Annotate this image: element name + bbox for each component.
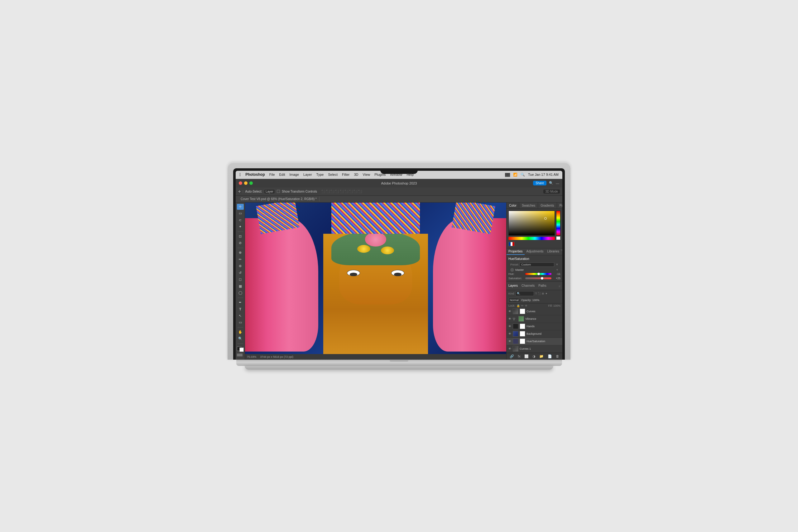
preset-row: Preset Custom ▼ bbox=[508, 262, 560, 267]
tab-properties[interactable]: Properties bbox=[507, 248, 525, 255]
layer-visibility-vibrance[interactable]: 👁 bbox=[508, 317, 512, 320]
layer-row-hands[interactable]: 👁 Hands bbox=[507, 323, 562, 330]
tab-color[interactable]: Color bbox=[507, 203, 519, 209]
maximize-button[interactable] bbox=[249, 182, 253, 185]
layer-visibility-curves1[interactable]: 👁 bbox=[508, 347, 512, 350]
tab-layers[interactable]: Layers bbox=[507, 283, 520, 289]
minimize-panel-icon[interactable]: — bbox=[556, 182, 559, 185]
type-tool[interactable]: T bbox=[237, 306, 244, 312]
canvas-area[interactable]: 75.03% 3744 px x 5616 px (72 ppi) bbox=[245, 203, 506, 360]
channel-label[interactable]: Master bbox=[515, 268, 554, 271]
menu-filter[interactable]: Filter bbox=[342, 173, 349, 176]
tab-swatches[interactable]: Swatches bbox=[519, 203, 538, 209]
link-layers-icon[interactable]: 🔗 bbox=[510, 354, 514, 358]
color-spectrum[interactable] bbox=[508, 211, 555, 235]
lock-pos-icon[interactable]: 🔒 bbox=[516, 304, 520, 307]
menu-image[interactable]: Image bbox=[289, 173, 299, 176]
layers-menu-icon[interactable]: ≡ bbox=[557, 282, 562, 290]
preset-dropdown-icon[interactable]: ▼ bbox=[555, 263, 558, 266]
layers-search[interactable] bbox=[515, 291, 534, 296]
saturation-slider[interactable] bbox=[525, 278, 551, 279]
document-tab[interactable]: Cover Test V8.psd @ 68% (Hue/Saturation … bbox=[238, 197, 320, 201]
selection-tool[interactable]: ▭ bbox=[237, 210, 244, 216]
menu-3d[interactable]: 3D bbox=[354, 173, 358, 176]
ps-tab-bar: Cover Test V8.psd @ 68% (Hue/Saturation … bbox=[236, 196, 562, 203]
menu-file[interactable]: File bbox=[269, 173, 275, 176]
menu-edit[interactable]: Edit bbox=[279, 173, 285, 176]
crop-tool[interactable]: ⊡ bbox=[237, 233, 244, 240]
layer-row-huesat[interactable]: 👁 Hue/Saturation bbox=[507, 338, 562, 345]
heal-tool[interactable]: ⊕ bbox=[237, 250, 244, 256]
checkbox-transform[interactable] bbox=[277, 190, 280, 193]
search-ps-icon[interactable]: 🔍 bbox=[549, 181, 553, 185]
color-swatches[interactable] bbox=[237, 346, 244, 352]
close-button[interactable] bbox=[239, 182, 242, 185]
auto-select-label: Auto-Select: bbox=[245, 190, 262, 193]
clone-tool[interactable]: ⊛ bbox=[237, 263, 244, 269]
tab-libraries[interactable]: Libraries bbox=[546, 248, 561, 255]
lock-draw-icon[interactable]: ✏ bbox=[521, 304, 524, 307]
props-collapse-icon[interactable]: ≡ bbox=[561, 248, 562, 255]
mask-icon[interactable] bbox=[237, 354, 243, 355]
history-brush-tool[interactable]: ↺ bbox=[237, 270, 244, 276]
layer-select[interactable]: Layer bbox=[264, 189, 275, 194]
tab-adjustments[interactable]: Adjustments bbox=[525, 248, 546, 255]
shape-tool[interactable]: ▭ bbox=[237, 320, 244, 326]
layer-name-curves1: Curves 1 bbox=[520, 347, 561, 350]
new-layer-icon[interactable]: 📄 bbox=[548, 354, 552, 358]
menu-select[interactable]: Select bbox=[328, 173, 338, 176]
move-tool[interactable]: ✛ bbox=[237, 204, 244, 210]
path-select-tool[interactable]: ↖ bbox=[237, 313, 244, 319]
background-color[interactable] bbox=[240, 347, 244, 352]
layer-row-background[interactable]: 👁 Background bbox=[507, 330, 562, 338]
lasso-tool[interactable]: ⊂ bbox=[237, 217, 244, 224]
minimize-button[interactable] bbox=[244, 182, 247, 185]
dodge-tool[interactable]: ◯ bbox=[237, 290, 244, 296]
layer-row-curves1[interactable]: 👁 Curves 1 bbox=[507, 345, 562, 353]
pink-right-figure bbox=[433, 218, 506, 352]
eraser-tool[interactable]: ◻ bbox=[237, 277, 244, 283]
pen-tool[interactable]: ✒ bbox=[237, 299, 244, 305]
tab-patterns[interactable]: Patterns bbox=[557, 203, 562, 209]
gradient-tool[interactable]: ▦ bbox=[237, 283, 244, 289]
layer-visibility-background[interactable]: 👁 bbox=[508, 332, 512, 335]
tool-divider-4 bbox=[238, 327, 243, 327]
apple-logo-icon[interactable]:  bbox=[240, 172, 241, 177]
channel-dropdown[interactable]: ▼ bbox=[556, 268, 558, 271]
3d-mode-label[interactable]: 3D Mode bbox=[543, 189, 560, 193]
eyedropper-tool[interactable]: ⊘ bbox=[237, 240, 244, 246]
menu-type[interactable]: Type bbox=[317, 173, 324, 176]
hand-tool[interactable]: ✋ bbox=[237, 329, 244, 335]
preset-value[interactable]: Custom bbox=[520, 262, 554, 267]
tab-gradients[interactable]: Gradients bbox=[538, 203, 557, 209]
zoom-tool[interactable]: 🔍 bbox=[237, 336, 244, 342]
menu-view[interactable]: View bbox=[363, 173, 370, 176]
add-adjustment-icon[interactable]: ◑ bbox=[532, 354, 535, 358]
move-tool-icon[interactable]: ✛ bbox=[238, 190, 241, 193]
add-style-icon[interactable]: fx bbox=[518, 354, 520, 358]
brush-tool[interactable]: ✏ bbox=[237, 256, 244, 262]
hue-bar[interactable] bbox=[508, 237, 555, 240]
forehead-circle bbox=[365, 232, 386, 246]
layer-row-vibrance[interactable]: 👁 ▽ Vibrance bbox=[507, 316, 562, 323]
search-icon[interactable]: 🔍 bbox=[520, 173, 525, 177]
layer-visibility-huesat[interactable]: 👁 bbox=[508, 340, 512, 343]
new-group-icon[interactable]: 📁 bbox=[539, 354, 544, 358]
menu-layer[interactable]: Layer bbox=[303, 173, 312, 176]
menubar-right: ▓▓ 📶 🔍 Tue Jan 17 9:41 AM bbox=[505, 173, 558, 177]
lock-move-icon[interactable]: ✛ bbox=[525, 304, 528, 307]
layer-visibility-curves[interactable]: 👁 bbox=[508, 310, 512, 313]
layer-row-curves[interactable]: 👁 Curves bbox=[507, 308, 562, 316]
share-button[interactable]: Share bbox=[533, 181, 547, 186]
magic-wand-tool[interactable]: ✦ bbox=[237, 224, 244, 230]
hue-slider[interactable] bbox=[525, 273, 551, 275]
add-mask-icon[interactable]: ⬜ bbox=[524, 354, 529, 358]
layer-visibility-hands[interactable]: 👁 bbox=[508, 325, 512, 328]
frame-icon[interactable] bbox=[237, 355, 243, 356]
tab-paths[interactable]: Paths bbox=[536, 283, 548, 289]
delete-layer-icon[interactable]: 🗑 bbox=[556, 354, 559, 358]
blend-mode-select[interactable]: Normal bbox=[508, 298, 520, 302]
toolbar-divider: | bbox=[243, 190, 244, 193]
hue-vertical[interactable] bbox=[556, 211, 560, 235]
tab-channels[interactable]: Channels bbox=[520, 283, 536, 289]
